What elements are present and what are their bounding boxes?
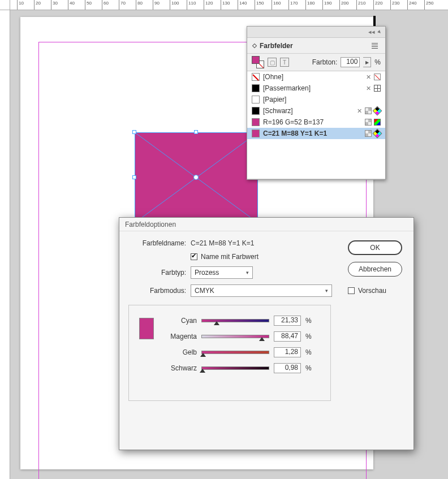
x-badge-icon: ✕ bbox=[356, 107, 363, 114]
vertical-ruler[interactable] bbox=[0, 10, 10, 479]
ruler-tick: 110 bbox=[187, 0, 187, 10]
swatch-options-dialog[interactable]: Farbfeldoptionen OK Abbrechen Vorschau F… bbox=[119, 217, 414, 450]
cmyk-badge-icon bbox=[373, 129, 382, 139]
swatch-chip bbox=[252, 73, 260, 81]
tint-input[interactable]: 100 bbox=[341, 57, 360, 67]
swatch-row[interactable]: [Schwarz]✕ bbox=[247, 105, 385, 116]
channel-slider[interactable] bbox=[201, 335, 269, 338]
channel-label: Magenta bbox=[164, 333, 197, 340]
channel-value-input[interactable]: 21,33 bbox=[274, 316, 301, 326]
ruler-tick: 240 bbox=[407, 0, 408, 10]
chevron-down-icon: ▾ bbox=[325, 288, 328, 294]
ruler-tick: 150 bbox=[255, 0, 255, 10]
fill-stroke-proxy[interactable] bbox=[252, 56, 264, 68]
ruler-tick: 230 bbox=[390, 0, 391, 10]
ruler-tick: 160 bbox=[272, 0, 272, 10]
color-preview-swatch bbox=[139, 318, 154, 339]
color-slider-row: Gelb1,28% bbox=[164, 347, 313, 357]
ruler-tick-label: 10 bbox=[19, 1, 24, 6]
swatches-panel[interactable]: ◂◂ ▸ Farbfelder ▢ T Farbton: 100 ▶ % [Oh… bbox=[247, 26, 386, 180]
ruler-tick-label: 30 bbox=[53, 1, 58, 6]
slider-thumb[interactable] bbox=[200, 369, 205, 373]
channel-slider[interactable] bbox=[201, 351, 269, 354]
slider-thumb[interactable] bbox=[200, 353, 206, 357]
swatches-toolbar: ▢ T Farbton: 100 ▶ % bbox=[247, 54, 385, 71]
ruler-origin[interactable] bbox=[0, 0, 10, 10]
ruler-tick-label: 140 bbox=[239, 1, 247, 6]
channel-label: Cyan bbox=[164, 317, 197, 325]
swatch-row[interactable]: C=21 M=88 Y=1 K=1 bbox=[247, 128, 385, 139]
channel-slider[interactable] bbox=[201, 319, 269, 322]
rgb-badge-icon bbox=[374, 119, 381, 126]
swatch-badges: ✕ bbox=[365, 85, 381, 92]
ruler-tick: 140 bbox=[238, 0, 238, 10]
ruler-tick-label: 240 bbox=[409, 1, 416, 6]
ruler-tick-label: 50 bbox=[87, 1, 92, 6]
swatch-name: R=196 G=52 B=137 bbox=[263, 118, 361, 126]
swatch-chip bbox=[252, 96, 260, 103]
swatch-chip bbox=[252, 84, 260, 92]
x-badge-icon: ✕ bbox=[365, 85, 372, 92]
ruler-tick: 90 bbox=[153, 0, 153, 10]
ruler-tick: 180 bbox=[305, 0, 306, 10]
dialog-title[interactable]: Farbfeldoptionen bbox=[119, 218, 413, 231]
preview-checkbox[interactable] bbox=[348, 287, 355, 294]
chevron-down-icon: ▾ bbox=[246, 270, 249, 275]
ruler-tick-label: 60 bbox=[104, 1, 109, 6]
ok-button[interactable]: OK bbox=[348, 240, 402, 255]
swatch-chip bbox=[252, 118, 260, 126]
panel-tab[interactable]: Farbfelder bbox=[247, 38, 385, 54]
panel-menu-icon[interactable] bbox=[370, 41, 380, 50]
container-fill-button[interactable]: ▢ bbox=[268, 58, 277, 67]
ruler-tick: 60 bbox=[102, 0, 102, 10]
swatch-row[interactable]: [Passermarken]✕ bbox=[247, 83, 385, 94]
preview-label: Vorschau bbox=[358, 287, 386, 295]
cancel-button[interactable]: Abbrechen bbox=[348, 262, 402, 277]
color-type-value: Prozess bbox=[195, 269, 219, 277]
selected-rectangle[interactable] bbox=[135, 132, 258, 223]
swatch-name-value: C=21 M=88 Y=1 K=1 bbox=[191, 239, 332, 247]
tint-unit: % bbox=[374, 58, 381, 66]
gray-badge-icon bbox=[365, 107, 372, 114]
fill-swatch[interactable] bbox=[252, 56, 260, 64]
ruler-tick-label: 190 bbox=[324, 1, 331, 6]
swatch-name: [Papier] bbox=[263, 96, 377, 103]
name-with-value-checkbox[interactable] bbox=[191, 253, 197, 260]
color-mode-select[interactable]: CMYK ▾ bbox=[191, 284, 332, 297]
collapse-icon[interactable]: ◂◂ bbox=[368, 28, 375, 36]
horizontal-ruler[interactable]: 1020304050607080901001101201301401501601… bbox=[10, 0, 448, 10]
panel-titlebar[interactable]: ◂◂ ▸ bbox=[247, 27, 385, 38]
swatch-row[interactable]: [Ohne]✕ bbox=[247, 71, 385, 83]
channel-value-input[interactable]: 88,47 bbox=[274, 331, 301, 342]
gray-badge-icon bbox=[365, 119, 372, 126]
text-fill-button[interactable]: T bbox=[280, 58, 289, 67]
swatch-row[interactable]: R=196 G=52 B=137 bbox=[247, 116, 385, 128]
center-handle[interactable] bbox=[193, 175, 199, 180]
resize-handle-n[interactable] bbox=[194, 130, 198, 134]
ruler-tick-label: 210 bbox=[358, 1, 365, 6]
channel-slider[interactable] bbox=[201, 366, 269, 370]
ruler-tick-label: 230 bbox=[392, 1, 399, 6]
reg-badge-icon bbox=[374, 85, 381, 92]
slider-thumb[interactable] bbox=[214, 321, 219, 325]
close-icon[interactable]: ▸ bbox=[376, 28, 384, 36]
panel-title: Farbfelder bbox=[260, 42, 293, 50]
slider-thumb[interactable] bbox=[259, 337, 265, 341]
channel-value-input[interactable]: 1,28 bbox=[274, 347, 301, 357]
swatch-chip bbox=[252, 130, 260, 137]
swatch-badges: ✕ bbox=[356, 107, 381, 114]
ruler-tick-label: 110 bbox=[188, 1, 196, 6]
resize-handle-w[interactable] bbox=[132, 175, 136, 179]
ruler-tick-label: 150 bbox=[256, 1, 264, 6]
ruler-tick-label: 220 bbox=[375, 1, 382, 6]
swatch-badges bbox=[365, 130, 381, 137]
ruler-tick-label: 180 bbox=[307, 1, 315, 6]
resize-handle-nw[interactable] bbox=[132, 130, 136, 134]
swatch-row[interactable]: [Papier] bbox=[247, 94, 385, 105]
tint-dropdown-arrow[interactable]: ▶ bbox=[363, 57, 371, 67]
channel-value-input[interactable]: 0,98 bbox=[274, 363, 301, 373]
swatch-list[interactable]: [Ohne]✕[Passermarken]✕[Papier][Schwarz]✕… bbox=[247, 71, 385, 179]
name-with-value-label: Name mit Farbwert bbox=[201, 253, 259, 261]
color-type-select[interactable]: Prozess ▾ bbox=[191, 266, 253, 279]
ruler-tick-label: 90 bbox=[154, 1, 160, 6]
